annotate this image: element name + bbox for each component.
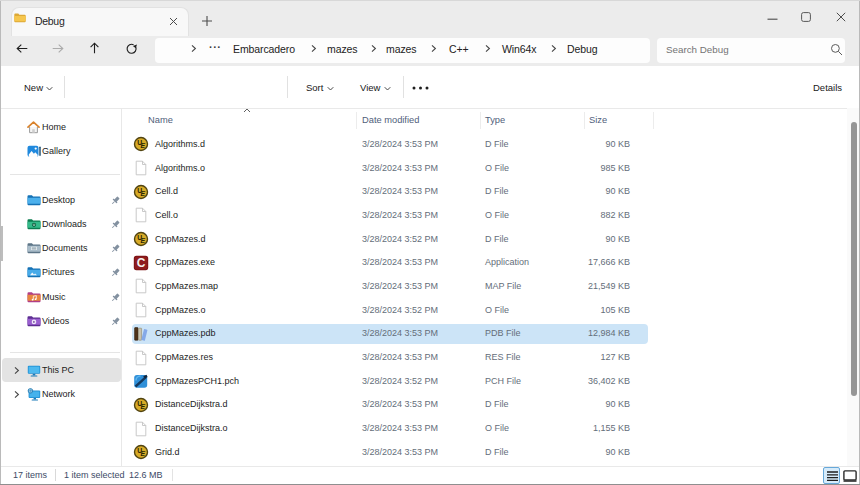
svg-text:E: E [141,451,146,458]
svg-text:E: E [141,143,146,150]
svg-text:E: E [141,403,146,410]
svg-text:E: E [141,190,146,197]
svg-text:E: E [141,237,146,244]
svg-text:C: C [137,256,146,270]
